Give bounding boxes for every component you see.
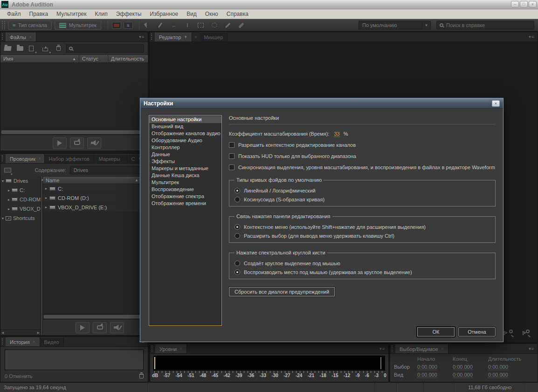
checkbox-unchecked[interactable] bbox=[229, 142, 235, 148]
category-data[interactable]: Данные bbox=[149, 151, 221, 158]
tab-levels[interactable]: Уровни × bbox=[155, 344, 187, 353]
tab-selection-view[interactable]: Выбор/Видимое × bbox=[395, 344, 448, 353]
radio-selected[interactable] bbox=[235, 269, 240, 275]
tab-close-icon[interactable]: × bbox=[33, 339, 35, 344]
tab-close-icon[interactable]: × bbox=[441, 346, 444, 351]
list-item-cdrom-drive[interactable]: ▸ CD-ROM (D:) bbox=[43, 193, 148, 203]
zoom-selection-icon[interactable] bbox=[521, 330, 531, 337]
play-button[interactable] bbox=[76, 322, 90, 333]
view-mode-icon[interactable] bbox=[4, 168, 11, 172]
scrollbar-thumb[interactable] bbox=[1, 131, 141, 134]
tab-close-icon[interactable]: × bbox=[38, 156, 41, 161]
delete-icon[interactable] bbox=[56, 46, 61, 51]
tree-item-shortcuts[interactable]: ▾ ↗ Shortcuts bbox=[0, 213, 41, 223]
panel-grip[interactable] bbox=[2, 155, 4, 161]
tree-item-vbox-drive[interactable]: ▸ VBOX_D_DRIVE (E:) bbox=[0, 204, 41, 213]
files-search-input[interactable] bbox=[75, 46, 141, 51]
toolbar-grip[interactable] bbox=[2, 21, 5, 29]
tab-markers[interactable]: Маркеры bbox=[94, 154, 127, 163]
panel-menu-icon[interactable]: ▾≡ bbox=[139, 34, 148, 39]
category-effects[interactable]: Эффекты bbox=[149, 158, 221, 165]
category-markers-metadata[interactable]: Маркеры и метаданные bbox=[149, 165, 221, 172]
maximize-icon[interactable]: □ bbox=[520, 1, 528, 7]
zoom-in-point-icon[interactable] bbox=[504, 330, 514, 337]
tab-files[interactable]: Файлы × bbox=[6, 32, 36, 41]
panel-grip[interactable] bbox=[392, 345, 394, 351]
time-selection-tool-icon[interactable]: I bbox=[184, 21, 191, 29]
expander-open-icon[interactable]: ▾ bbox=[2, 179, 4, 183]
column-name[interactable]: Имя ▲ bbox=[0, 55, 79, 62]
autoplay-button[interactable] bbox=[87, 138, 101, 149]
move-tool-icon[interactable] bbox=[143, 21, 151, 29]
razor-tool-icon[interactable] bbox=[157, 21, 164, 29]
tab-mixer[interactable]: Микшер bbox=[200, 32, 228, 41]
panel-grip[interactable] bbox=[152, 345, 154, 351]
open-file-icon[interactable] bbox=[4, 46, 11, 51]
history-list[interactable] bbox=[5, 350, 144, 370]
zoom-factor-value[interactable]: 33 bbox=[334, 131, 339, 137]
scrollbar-thumb[interactable] bbox=[44, 315, 143, 318]
close-icon[interactable]: × bbox=[529, 1, 537, 7]
list-item-vbox-drive[interactable]: ▸ VBOX_D_DRIVE (E:) bbox=[43, 203, 148, 212]
paintbrush-selection-tool-icon[interactable] bbox=[224, 21, 232, 29]
menu-item-edit[interactable]: Правка bbox=[25, 9, 53, 19]
panel-grip[interactable] bbox=[2, 34, 4, 40]
list-item-c-drive[interactable]: ▸ C: bbox=[43, 184, 148, 193]
panel-menu-icon[interactable]: ▾≡ bbox=[379, 346, 388, 351]
chevron-down-icon[interactable]: ▼ bbox=[184, 35, 187, 39]
expander-closed-icon[interactable]: ▸ bbox=[8, 198, 10, 202]
tab-close-icon[interactable]: × bbox=[29, 34, 32, 40]
expander-closed-icon[interactable]: ▸ bbox=[8, 207, 10, 211]
menu-item-clip[interactable]: Клип bbox=[91, 9, 112, 19]
help-search-input[interactable] bbox=[446, 22, 531, 28]
column-status[interactable]: Статус bbox=[79, 55, 108, 62]
checkbox-unchecked[interactable] bbox=[229, 153, 235, 159]
view-start-value[interactable]: 0:00.000 bbox=[417, 372, 453, 378]
scroll-right-icon[interactable]: ▶ bbox=[37, 331, 40, 335]
checkbox-unchecked[interactable] bbox=[229, 165, 235, 170]
menu-item-effects[interactable]: Эффекты bbox=[112, 9, 146, 19]
panel-grip[interactable] bbox=[2, 338, 4, 344]
ok-button[interactable]: ОК bbox=[417, 327, 455, 337]
column-file-name[interactable]: Name ▲ bbox=[43, 177, 141, 184]
expander-open-icon[interactable]: ▾ bbox=[2, 216, 4, 220]
category-playback[interactable]: Воспроизведение bbox=[149, 186, 221, 193]
menu-item-view[interactable]: Вид bbox=[182, 9, 201, 19]
category-control-surface[interactable]: Контроллер bbox=[149, 144, 221, 151]
tree-item-drives[interactable]: ▾ Drives bbox=[0, 176, 41, 186]
new-file-icon[interactable] bbox=[29, 46, 34, 51]
waveform-display-button[interactable]: ≈ bbox=[124, 22, 133, 29]
category-multitrack[interactable]: Мультитрек bbox=[149, 179, 221, 186]
panel-menu-icon[interactable]: ▾≡ bbox=[529, 346, 538, 351]
column-duration[interactable]: Длительность bbox=[108, 55, 148, 62]
tab-close-icon[interactable]: × bbox=[192, 34, 200, 40]
lasso-selection-tool-icon[interactable] bbox=[211, 21, 218, 29]
level-meter[interactable] bbox=[153, 356, 385, 371]
category-spectral-display[interactable]: Отображение спектра bbox=[149, 193, 221, 200]
expander-closed-icon[interactable]: ▸ bbox=[8, 188, 10, 193]
tab-video[interactable]: Видео bbox=[40, 337, 64, 346]
cancel-button[interactable]: Отмена bbox=[458, 327, 496, 337]
radio-selected[interactable] bbox=[235, 188, 240, 193]
expander-closed-icon[interactable]: ▸ bbox=[45, 186, 47, 191]
tab-close-icon[interactable]: × bbox=[179, 346, 182, 351]
category-appearance[interactable]: Внешний вид bbox=[149, 123, 221, 130]
category-media-cache[interactable]: Данные Кеша диска bbox=[149, 172, 221, 179]
tab-properties-truncated[interactable]: С bbox=[127, 154, 139, 163]
spectral-display-button[interactable] bbox=[112, 22, 121, 29]
view-duration-value[interactable]: 0:00.000 bbox=[488, 372, 536, 378]
workspace-select[interactable]: По умолчанию ▼ bbox=[359, 21, 431, 29]
expander-closed-icon[interactable]: ▸ bbox=[45, 205, 47, 209]
marquee-selection-tool-icon[interactable] bbox=[197, 21, 205, 29]
view-end-value[interactable]: 0:00.000 bbox=[453, 372, 488, 378]
tab-explorer[interactable]: Проводник × bbox=[6, 154, 45, 163]
dialog-close-icon[interactable]: × bbox=[492, 100, 500, 107]
selection-end-value[interactable]: 0:00.000 bbox=[453, 364, 488, 370]
slip-tool-icon[interactable]: ↔ bbox=[170, 21, 178, 29]
insert-into-multitrack-icon[interactable] bbox=[42, 48, 48, 51]
selection-start-value[interactable]: 0:00.000 bbox=[417, 364, 453, 370]
radio-unselected[interactable] bbox=[235, 197, 240, 202]
radio-selected[interactable] bbox=[235, 224, 240, 230]
import-file-icon[interactable] bbox=[17, 46, 24, 51]
category-time-display[interactable]: Отображение времени bbox=[149, 200, 221, 207]
